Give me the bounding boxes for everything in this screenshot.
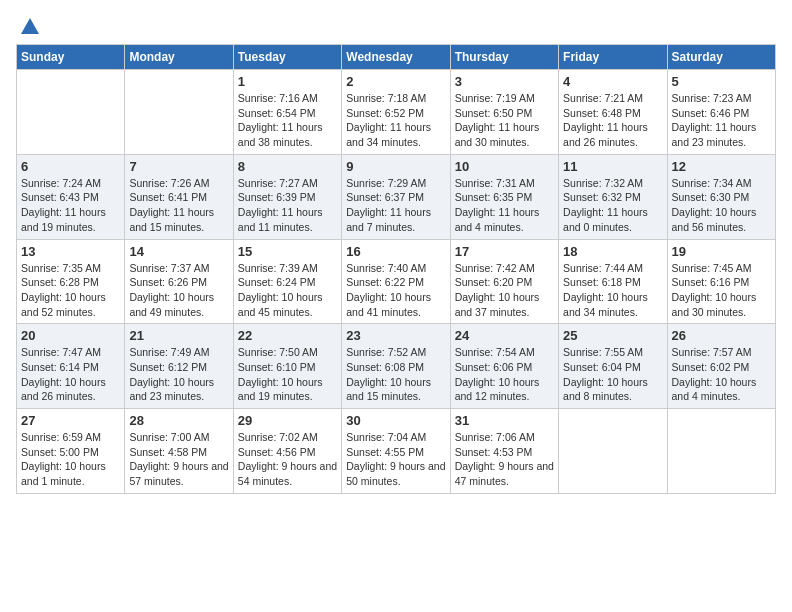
calendar-cell: 17Sunrise: 7:42 AMSunset: 6:20 PMDayligh… [450, 239, 558, 324]
page-header [16, 16, 776, 34]
day-info: Sunrise: 7:44 AMSunset: 6:18 PMDaylight:… [563, 261, 662, 320]
calendar-week-row: 1Sunrise: 7:16 AMSunset: 6:54 PMDaylight… [17, 70, 776, 155]
day-number: 6 [21, 159, 120, 174]
day-info: Sunrise: 7:27 AMSunset: 6:39 PMDaylight:… [238, 176, 337, 235]
svg-marker-0 [21, 18, 39, 34]
day-info: Sunrise: 7:37 AMSunset: 6:26 PMDaylight:… [129, 261, 228, 320]
day-info: Sunrise: 7:50 AMSunset: 6:10 PMDaylight:… [238, 345, 337, 404]
logo-icon [19, 16, 41, 38]
weekday-header: Sunday [17, 45, 125, 70]
day-number: 30 [346, 413, 445, 428]
calendar-cell: 29Sunrise: 7:02 AMSunset: 4:56 PMDayligh… [233, 409, 341, 494]
calendar-cell: 24Sunrise: 7:54 AMSunset: 6:06 PMDayligh… [450, 324, 558, 409]
day-info: Sunrise: 7:21 AMSunset: 6:48 PMDaylight:… [563, 91, 662, 150]
calendar-cell: 10Sunrise: 7:31 AMSunset: 6:35 PMDayligh… [450, 154, 558, 239]
calendar-cell: 25Sunrise: 7:55 AMSunset: 6:04 PMDayligh… [559, 324, 667, 409]
day-info: Sunrise: 7:52 AMSunset: 6:08 PMDaylight:… [346, 345, 445, 404]
day-info: Sunrise: 7:40 AMSunset: 6:22 PMDaylight:… [346, 261, 445, 320]
day-number: 20 [21, 328, 120, 343]
calendar-cell: 3Sunrise: 7:19 AMSunset: 6:50 PMDaylight… [450, 70, 558, 155]
weekday-header: Tuesday [233, 45, 341, 70]
calendar-cell: 28Sunrise: 7:00 AMSunset: 4:58 PMDayligh… [125, 409, 233, 494]
day-info: Sunrise: 7:19 AMSunset: 6:50 PMDaylight:… [455, 91, 554, 150]
day-number: 15 [238, 244, 337, 259]
calendar-cell: 27Sunrise: 6:59 AMSunset: 5:00 PMDayligh… [17, 409, 125, 494]
day-number: 22 [238, 328, 337, 343]
calendar-cell: 26Sunrise: 7:57 AMSunset: 6:02 PMDayligh… [667, 324, 775, 409]
day-number: 29 [238, 413, 337, 428]
day-number: 14 [129, 244, 228, 259]
day-number: 27 [21, 413, 120, 428]
weekday-header: Friday [559, 45, 667, 70]
weekday-header: Thursday [450, 45, 558, 70]
weekday-header: Wednesday [342, 45, 450, 70]
day-info: Sunrise: 7:54 AMSunset: 6:06 PMDaylight:… [455, 345, 554, 404]
calendar-cell: 6Sunrise: 7:24 AMSunset: 6:43 PMDaylight… [17, 154, 125, 239]
day-info: Sunrise: 7:42 AMSunset: 6:20 PMDaylight:… [455, 261, 554, 320]
calendar-cell: 31Sunrise: 7:06 AMSunset: 4:53 PMDayligh… [450, 409, 558, 494]
calendar-cell: 5Sunrise: 7:23 AMSunset: 6:46 PMDaylight… [667, 70, 775, 155]
calendar-cell: 18Sunrise: 7:44 AMSunset: 6:18 PMDayligh… [559, 239, 667, 324]
day-info: Sunrise: 7:45 AMSunset: 6:16 PMDaylight:… [672, 261, 771, 320]
calendar-cell: 30Sunrise: 7:04 AMSunset: 4:55 PMDayligh… [342, 409, 450, 494]
day-number: 21 [129, 328, 228, 343]
calendar-week-row: 20Sunrise: 7:47 AMSunset: 6:14 PMDayligh… [17, 324, 776, 409]
day-number: 25 [563, 328, 662, 343]
day-info: Sunrise: 7:23 AMSunset: 6:46 PMDaylight:… [672, 91, 771, 150]
day-info: Sunrise: 7:16 AMSunset: 6:54 PMDaylight:… [238, 91, 337, 150]
calendar-cell: 2Sunrise: 7:18 AMSunset: 6:52 PMDaylight… [342, 70, 450, 155]
day-info: Sunrise: 7:04 AMSunset: 4:55 PMDaylight:… [346, 430, 445, 489]
day-info: Sunrise: 7:39 AMSunset: 6:24 PMDaylight:… [238, 261, 337, 320]
day-number: 2 [346, 74, 445, 89]
day-number: 28 [129, 413, 228, 428]
day-number: 12 [672, 159, 771, 174]
day-info: Sunrise: 7:49 AMSunset: 6:12 PMDaylight:… [129, 345, 228, 404]
day-info: Sunrise: 7:55 AMSunset: 6:04 PMDaylight:… [563, 345, 662, 404]
calendar-table: SundayMondayTuesdayWednesdayThursdayFrid… [16, 44, 776, 494]
day-number: 5 [672, 74, 771, 89]
calendar-cell: 11Sunrise: 7:32 AMSunset: 6:32 PMDayligh… [559, 154, 667, 239]
calendar-cell: 4Sunrise: 7:21 AMSunset: 6:48 PMDaylight… [559, 70, 667, 155]
day-info: Sunrise: 7:02 AMSunset: 4:56 PMDaylight:… [238, 430, 337, 489]
calendar-week-row: 6Sunrise: 7:24 AMSunset: 6:43 PMDaylight… [17, 154, 776, 239]
day-number: 8 [238, 159, 337, 174]
calendar-cell [17, 70, 125, 155]
weekday-header: Monday [125, 45, 233, 70]
day-number: 9 [346, 159, 445, 174]
calendar-cell: 20Sunrise: 7:47 AMSunset: 6:14 PMDayligh… [17, 324, 125, 409]
day-info: Sunrise: 7:31 AMSunset: 6:35 PMDaylight:… [455, 176, 554, 235]
day-number: 19 [672, 244, 771, 259]
calendar-cell [559, 409, 667, 494]
day-number: 4 [563, 74, 662, 89]
day-number: 11 [563, 159, 662, 174]
calendar-cell: 7Sunrise: 7:26 AMSunset: 6:41 PMDaylight… [125, 154, 233, 239]
day-info: Sunrise: 7:34 AMSunset: 6:30 PMDaylight:… [672, 176, 771, 235]
day-number: 18 [563, 244, 662, 259]
calendar-cell [125, 70, 233, 155]
day-number: 10 [455, 159, 554, 174]
calendar-cell: 15Sunrise: 7:39 AMSunset: 6:24 PMDayligh… [233, 239, 341, 324]
day-info: Sunrise: 7:00 AMSunset: 4:58 PMDaylight:… [129, 430, 228, 489]
day-info: Sunrise: 7:29 AMSunset: 6:37 PMDaylight:… [346, 176, 445, 235]
calendar-cell: 12Sunrise: 7:34 AMSunset: 6:30 PMDayligh… [667, 154, 775, 239]
calendar-cell: 22Sunrise: 7:50 AMSunset: 6:10 PMDayligh… [233, 324, 341, 409]
calendar-cell: 9Sunrise: 7:29 AMSunset: 6:37 PMDaylight… [342, 154, 450, 239]
calendar-cell: 23Sunrise: 7:52 AMSunset: 6:08 PMDayligh… [342, 324, 450, 409]
day-number: 1 [238, 74, 337, 89]
day-number: 26 [672, 328, 771, 343]
calendar-header-row: SundayMondayTuesdayWednesdayThursdayFrid… [17, 45, 776, 70]
day-info: Sunrise: 7:47 AMSunset: 6:14 PMDaylight:… [21, 345, 120, 404]
calendar-cell: 13Sunrise: 7:35 AMSunset: 6:28 PMDayligh… [17, 239, 125, 324]
calendar-cell: 19Sunrise: 7:45 AMSunset: 6:16 PMDayligh… [667, 239, 775, 324]
day-number: 16 [346, 244, 445, 259]
calendar-cell: 14Sunrise: 7:37 AMSunset: 6:26 PMDayligh… [125, 239, 233, 324]
day-info: Sunrise: 6:59 AMSunset: 5:00 PMDaylight:… [21, 430, 120, 489]
day-info: Sunrise: 7:18 AMSunset: 6:52 PMDaylight:… [346, 91, 445, 150]
day-info: Sunrise: 7:26 AMSunset: 6:41 PMDaylight:… [129, 176, 228, 235]
day-number: 31 [455, 413, 554, 428]
day-number: 23 [346, 328, 445, 343]
calendar-cell [667, 409, 775, 494]
day-info: Sunrise: 7:06 AMSunset: 4:53 PMDaylight:… [455, 430, 554, 489]
day-info: Sunrise: 7:32 AMSunset: 6:32 PMDaylight:… [563, 176, 662, 235]
calendar-cell: 21Sunrise: 7:49 AMSunset: 6:12 PMDayligh… [125, 324, 233, 409]
